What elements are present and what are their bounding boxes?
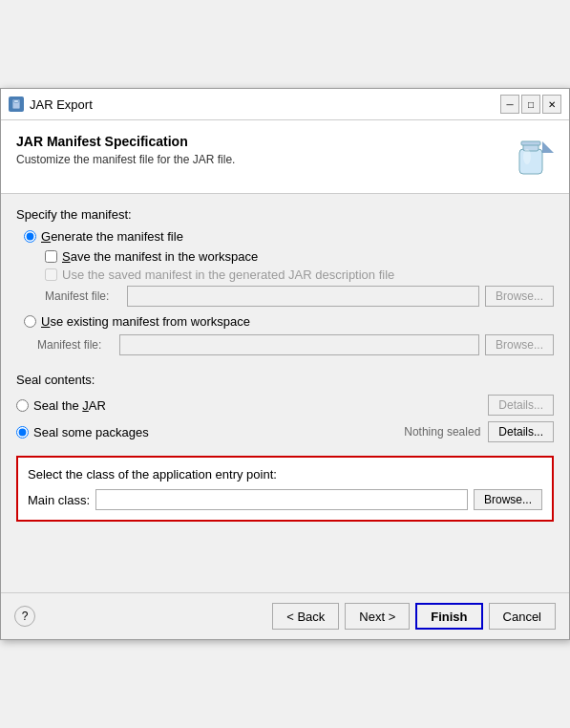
finish-button[interactable]: Finish	[415, 603, 482, 630]
manifest-radio-group: Generate the manifest file Save the mani…	[24, 229, 554, 307]
seal-packages-details-button[interactable]: Details...	[488, 421, 554, 442]
existing-browse-button[interactable]: Browse...	[485, 334, 554, 355]
seal-packages-row: Seal some packages Nothing sealed Detail…	[16, 421, 554, 442]
title-bar-controls: ─ □ ✕	[500, 95, 561, 114]
generate-manifest-radio-item: Generate the manifest file	[24, 229, 554, 244]
next-button[interactable]: Next >	[345, 603, 410, 630]
seal-packages-label: Seal some packages	[33, 425, 149, 439]
page-subtitle: Customize the manifest file for the JAR …	[16, 153, 235, 166]
generate-manifest-radio[interactable]	[24, 230, 36, 243]
seal-packages-radio[interactable]	[16, 426, 29, 439]
save-manifest-checkbox[interactable]	[45, 250, 57, 263]
use-saved-checkbox[interactable]	[45, 268, 57, 281]
use-saved-label: Use the saved manifest in the generated …	[62, 268, 394, 282]
entry-point-label: Select the class of the application entr…	[28, 467, 542, 482]
manifest-file-row: Manifest file: Browse...	[45, 286, 554, 307]
save-manifest-label: Save the manifest in the workspace	[62, 249, 258, 264]
main-class-input[interactable]	[95, 489, 468, 510]
button-bar: ? < Back Next > Finish Cancel	[1, 592, 569, 639]
main-body: Specify the manifest: Generate the manif…	[1, 194, 569, 535]
existing-manifest-file-label: Manifest file:	[37, 338, 114, 352]
existing-manifest-file-row: Manifest file: Browse...	[37, 334, 554, 355]
main-class-label: Main class:	[28, 493, 90, 507]
title-bar-left: JAR Export	[9, 96, 93, 112]
use-existing-radio[interactable]	[24, 315, 36, 328]
spacer	[1, 535, 569, 592]
use-saved-checkbox-item: Use the saved manifest in the generated …	[45, 268, 554, 282]
entry-point-row: Main class: Browse...	[28, 489, 542, 510]
manifest-file-label: Manifest file:	[45, 289, 121, 303]
existing-manifest-file-input[interactable]	[119, 334, 479, 355]
svg-rect-2	[519, 149, 542, 174]
seal-jar-radio[interactable]	[16, 399, 29, 412]
svg-point-1	[13, 100, 19, 103]
button-bar-right: < Back Next > Finish Cancel	[272, 603, 556, 630]
page-title: JAR Manifest Specification	[16, 134, 235, 149]
svg-point-5	[523, 149, 531, 164]
manifest-browse-button[interactable]: Browse...	[485, 286, 554, 307]
window-icon	[9, 96, 24, 112]
seal-jar-details-button[interactable]: Details...	[488, 395, 554, 416]
entry-point-box: Select the class of the application entr…	[16, 456, 554, 522]
minimize-button[interactable]: ─	[500, 95, 519, 114]
title-bar: JAR Export ─ □ ✕	[1, 89, 569, 120]
nothing-sealed-text: Nothing sealed	[404, 425, 480, 439]
seal-section-label: Seal contents:	[16, 373, 554, 387]
seal-jar-right: Details...	[488, 395, 554, 416]
seal-packages-right: Nothing sealed Details...	[404, 421, 554, 442]
jar-graphic	[508, 134, 554, 180]
seal-jar-label: Seal the JAR	[33, 398, 106, 413]
use-existing-radio-item: Use existing manifest from workspace	[24, 314, 554, 329]
window-title: JAR Export	[30, 97, 93, 112]
seal-jar-row: Seal the JAR Details...	[16, 395, 554, 416]
use-existing-label: Use existing manifest from workspace	[41, 314, 250, 329]
header-text: JAR Manifest Specification Customize the…	[16, 134, 235, 166]
jar-export-window: JAR Export ─ □ ✕ JAR Manifest Specificat…	[0, 88, 570, 640]
seal-packages-left: Seal some packages	[16, 425, 149, 439]
manifest-section-label: Specify the manifest:	[16, 207, 554, 222]
manifest-file-input[interactable]	[127, 286, 479, 307]
svg-marker-6	[542, 141, 554, 153]
seal-jar-left: Seal the JAR	[16, 398, 106, 413]
close-button[interactable]: ✕	[542, 95, 561, 114]
cancel-button[interactable]: Cancel	[489, 603, 556, 630]
maximize-button[interactable]: □	[521, 95, 540, 114]
header-area: JAR Manifest Specification Customize the…	[1, 120, 569, 194]
svg-rect-4	[521, 141, 540, 145]
main-class-browse-button[interactable]: Browse...	[474, 489, 542, 510]
generate-manifest-label: Generate the manifest file	[41, 229, 183, 244]
help-button[interactable]: ?	[14, 606, 35, 627]
back-button[interactable]: < Back	[272, 603, 339, 630]
save-manifest-checkbox-item: Save the manifest in the workspace	[45, 249, 554, 264]
